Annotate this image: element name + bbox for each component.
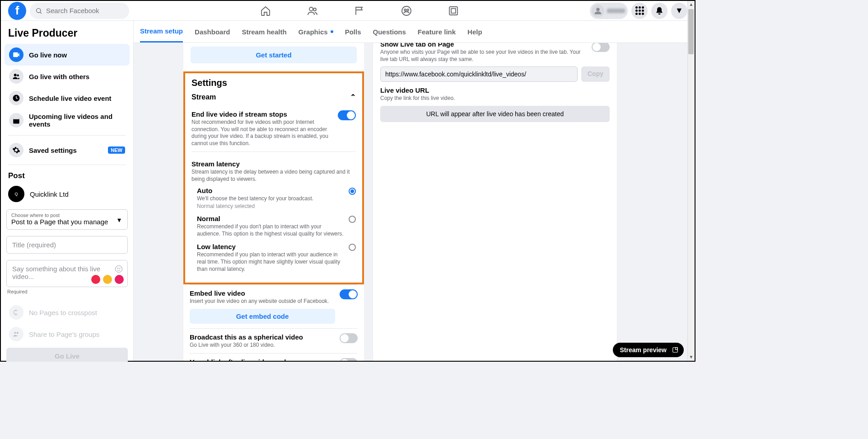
setting-unpublish: Unpublish after live video ends Unpublis… [190,353,358,361]
tab-dashboard[interactable]: Dashboard [195,21,230,42]
caret-down-icon: ▾ [117,215,121,224]
latency-option-normal[interactable]: Normal Recommended if you don't plan to … [191,211,356,239]
chevron-up-icon: ⌃ [350,93,356,101]
section-label: Stream [191,93,216,101]
main-area: Stream setup Dashboard Stream health Gra… [134,21,695,361]
option-desc: Recommended if you plan to interact with… [197,251,344,273]
select-value: Post to a Page that you manage [11,218,123,226]
separator [8,135,126,136]
location-icon[interactable] [91,275,100,284]
svg-point-9 [596,8,600,11]
settings-title: Settings [191,78,356,88]
spherical-toggle[interactable] [340,333,358,343]
page-avatar: Q [8,186,24,202]
share-icon [9,305,23,320]
home-icon[interactable] [260,5,271,16]
svg-point-3 [313,8,316,11]
latency-desc: Stream latency is the delay between a vi… [191,169,356,183]
dot-indicator-icon [331,30,333,33]
show-live-title: Show Live tab on Page [380,43,587,48]
latency-option-low[interactable]: Low latency Recommended if you plan to i… [191,239,356,274]
bell-icon [655,6,664,15]
svg-point-5 [404,9,406,11]
get-started-button[interactable]: Get started [191,47,357,63]
unpublish-toggle[interactable] [340,358,358,361]
setting-title: End live video if stream stops [191,110,333,118]
stream-section-header[interactable]: Stream ⌃ [191,93,356,101]
end-stream-toggle[interactable] [338,110,356,120]
camera-icon [9,47,23,62]
scrollbar-thumb[interactable] [688,9,694,54]
stream-preview-button[interactable]: Stream preview [613,343,684,357]
url-card: Show Live tab on Page Anyone who visits … [373,43,617,361]
sidebar-item-go-live-now[interactable]: Go live now [5,44,130,66]
post-destination-select[interactable]: Choose where to post Post to a Page that… [6,209,128,230]
tab-label: Stream health [242,28,286,36]
stream-preview-label: Stream preview [620,346,667,354]
live-tab-url[interactable]: https://www.facebook.com/quicklinkltd/li… [380,66,578,82]
sidebar-item-upcoming[interactable]: Upcoming live videos and events [5,109,130,132]
profile-chip[interactable] [590,3,628,19]
sidebar-item-crosspost: No Pages to crosspost [5,302,130,323]
friends-icon[interactable] [307,5,318,16]
sidebar-item-label: No Pages to crosspost [29,309,97,316]
menu-button[interactable] [631,3,648,19]
sidebar-item-label: Go live now [29,51,67,59]
setting-title: Unpublish after live video ends [190,358,335,361]
notifications-button[interactable] [651,3,667,19]
sidebar-item-schedule[interactable]: Schedule live video event [5,87,130,109]
latency-option-auto[interactable]: Auto We'll choose the best latency for y… [191,183,356,212]
search-input[interactable] [46,7,124,14]
people-icon [9,69,23,84]
sidebar-item-label: Share to Page's groups [29,330,99,338]
svg-point-19 [17,332,19,334]
sidebar-item-go-live-others[interactable]: Go live with others [5,66,130,87]
groups-icon[interactable] [401,5,412,16]
svg-point-15 [116,266,122,273]
facebook-logo[interactable]: f [8,2,26,20]
go-live-button[interactable]: Go Live [6,348,128,362]
title-input[interactable]: Title (required) [6,236,128,254]
search-field[interactable] [30,3,129,19]
sidebar-item-share-groups: Share to Page's groups [5,323,130,345]
desc-placeholder: Say something about this live video... [12,265,100,280]
radio-normal[interactable] [349,216,356,223]
account-menu-button[interactable]: ▼ [671,3,687,19]
top-bar: f ▼ [1,1,695,21]
latency-title: Stream latency [191,160,356,168]
expand-icon [672,347,678,353]
show-live-toggle[interactable] [592,43,610,52]
new-badge: NEW [108,146,125,154]
scroll-down-icon[interactable]: ▼ [688,354,695,361]
embed-toggle[interactable] [340,289,358,299]
page-selector[interactable]: Q Quicklink Ltd [1,184,133,208]
option-title: Normal [197,215,344,222]
tab-questions[interactable]: Questions [373,21,406,42]
tab-label: Polls [345,28,361,36]
feeling-icon[interactable] [103,275,112,284]
gaming-icon[interactable] [448,5,459,16]
description-input[interactable]: Say something about this live video... [6,260,128,287]
tab-help[interactable]: Help [467,21,482,42]
sidebar-item-saved-settings[interactable]: Saved settings NEW [5,139,130,161]
svg-point-10 [14,74,17,76]
radio-auto[interactable] [349,188,356,195]
tab-polls[interactable]: Polls [345,21,361,42]
scroll-up-icon[interactable]: ▲ [688,1,695,8]
radio-low[interactable] [349,244,356,251]
get-embed-code-button[interactable]: Get embed code [190,309,335,324]
tab-graphics[interactable]: Graphics [299,21,333,42]
copy-button[interactable]: Copy [581,66,610,82]
svg-point-11 [17,75,19,77]
tab-stream-setup[interactable]: Stream setup [140,21,183,42]
sidebar-item-label: Schedule live video event [29,94,112,102]
tabs: Stream setup Dashboard Stream health Gra… [134,21,695,43]
charity-icon[interactable] [115,275,124,284]
emoji-icon[interactable] [115,265,123,273]
pages-icon[interactable] [354,5,365,16]
tab-feature-link[interactable]: Feature link [418,21,456,42]
svg-point-16 [117,268,118,269]
calendar-icon [9,113,23,127]
window-scrollbar[interactable]: ▲ ▼ [687,1,695,361]
tab-stream-health[interactable]: Stream health [242,21,286,42]
